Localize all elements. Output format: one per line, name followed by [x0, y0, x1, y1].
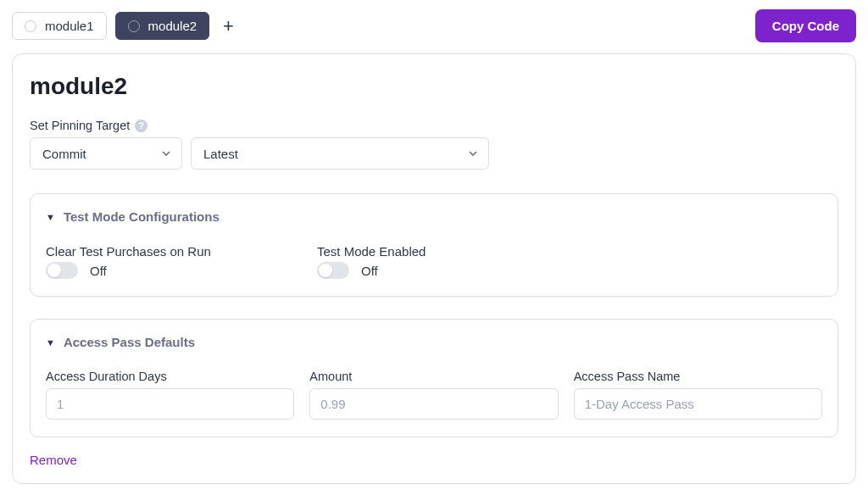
pinning-selects: Commit Latest — [30, 137, 838, 170]
pinning-version-select[interactable]: Latest — [191, 137, 489, 170]
toggle-line: Off — [46, 262, 317, 279]
help-icon[interactable]: ? — [135, 120, 147, 132]
access-duration-field: Access Duration Days — [46, 370, 294, 420]
module-tabs: module1 module2 + — [12, 12, 239, 40]
toggle-line: Off — [317, 262, 588, 279]
toggle-label: Test Mode Enabled — [317, 244, 588, 259]
field-label: Access Duration Days — [46, 370, 294, 383]
toggles-row: Clear Test Purchases on Run Off Test Mod… — [46, 244, 822, 279]
radio-icon — [25, 20, 36, 32]
chevron-down-icon — [468, 148, 478, 159]
tab-label: module2 — [148, 19, 198, 33]
access-pass-name-field: Access Pass Name — [574, 370, 822, 420]
access-defaults-card: ▼ Access Pass Defaults Access Duration D… — [30, 319, 838, 437]
section-title: Test Mode Configurations — [64, 209, 220, 224]
test-mode-enabled-block: Test Mode Enabled Off — [317, 244, 588, 279]
test-mode-header[interactable]: ▼ Test Mode Configurations — [46, 209, 822, 224]
amount-field: Amount — [309, 370, 558, 420]
module-panel: module2 Set Pinning Target ? Commit Late… — [12, 53, 856, 484]
toggle-label: Clear Test Purchases on Run — [46, 244, 317, 259]
access-duration-input[interactable] — [46, 388, 294, 420]
amount-input[interactable] — [309, 388, 558, 420]
remove-link[interactable]: Remove — [30, 453, 77, 467]
collapse-icon: ▼ — [46, 337, 55, 348]
select-value: Latest — [203, 147, 238, 161]
top-bar: module1 module2 + Copy Code — [0, 0, 868, 52]
section-title: Access Pass Defaults — [64, 335, 195, 349]
tab-module2[interactable]: module2 — [115, 12, 210, 40]
tab-module1[interactable]: module1 — [12, 12, 107, 40]
radio-icon — [128, 20, 140, 32]
toggle-state: Off — [361, 264, 378, 278]
pinning-type-select[interactable]: Commit — [30, 137, 182, 170]
add-tab-button[interactable]: + — [218, 17, 239, 36]
plus-icon: + — [223, 15, 234, 36]
module-title: module2 — [30, 73, 838, 100]
copy-code-button[interactable]: Copy Code — [755, 9, 856, 42]
tab-label: module1 — [45, 19, 94, 33]
field-label: Access Pass Name — [574, 370, 822, 383]
clear-test-purchases-toggle[interactable] — [46, 262, 78, 279]
select-value: Commit — [42, 147, 86, 161]
access-pass-name-input[interactable] — [574, 388, 822, 420]
defaults-row: Access Duration Days Amount Access Pass … — [46, 370, 822, 420]
access-defaults-header[interactable]: ▼ Access Pass Defaults — [46, 335, 822, 349]
test-mode-card: ▼ Test Mode Configurations Clear Test Pu… — [30, 193, 838, 297]
test-mode-enabled-toggle[interactable] — [317, 262, 349, 279]
clear-test-purchases-block: Clear Test Purchases on Run Off — [46, 244, 317, 279]
collapse-icon: ▼ — [46, 212, 55, 222]
toggle-state: Off — [90, 264, 107, 278]
pinning-label-row: Set Pinning Target ? — [30, 119, 838, 132]
chevron-down-icon — [161, 148, 171, 159]
pinning-target-label: Set Pinning Target — [30, 119, 130, 132]
field-label: Amount — [309, 370, 558, 383]
